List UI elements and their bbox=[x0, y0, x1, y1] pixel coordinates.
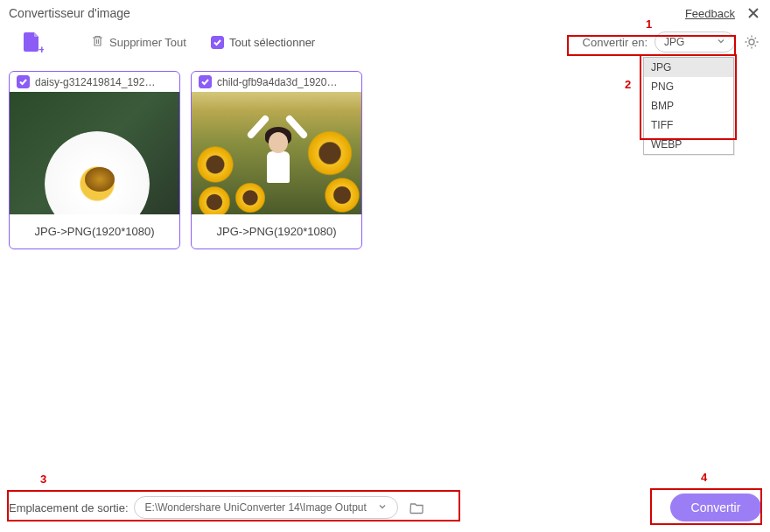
image-card[interactable]: daisy-g312419814_192… JPG->PNG(1920*1080… bbox=[9, 71, 180, 249]
card-conversion-info: JPG->PNG(1920*1080) bbox=[10, 214, 179, 248]
card-thumbnail bbox=[10, 92, 179, 214]
add-image-button[interactable]: + bbox=[19, 29, 46, 55]
annotation-number: 1 bbox=[646, 18, 652, 31]
annotation-number: 2 bbox=[625, 78, 631, 91]
svg-text:+: + bbox=[38, 43, 44, 53]
dropdown-option-tiff[interactable]: TIFF bbox=[644, 116, 733, 135]
card-conversion-info: JPG->PNG(1920*1080) bbox=[192, 214, 361, 248]
card-filename: daisy-g312419814_192… bbox=[35, 76, 155, 88]
chevron-down-icon bbox=[717, 36, 725, 48]
chevron-down-icon bbox=[378, 501, 387, 514]
annotation-number: 3 bbox=[40, 472, 46, 486]
dropdown-option-bmp[interactable]: BMP bbox=[644, 96, 733, 116]
open-folder-button[interactable] bbox=[409, 499, 426, 516]
dropdown-option-jpg[interactable]: JPG bbox=[644, 58, 733, 77]
trash-icon bbox=[91, 34, 104, 50]
card-checkbox[interactable] bbox=[199, 75, 212, 88]
dropdown-option-png[interactable]: PNG bbox=[644, 77, 733, 96]
card-thumbnail bbox=[192, 92, 361, 214]
format-dropdown: JPG PNG BMP TIFF WEBP bbox=[643, 57, 734, 155]
output-location-label: Emplacement de sortie: bbox=[9, 501, 129, 514]
card-checkbox[interactable] bbox=[17, 75, 30, 88]
delete-all-label: Supprimer Tout bbox=[109, 36, 186, 49]
checkbox-checked-icon bbox=[18, 77, 28, 87]
close-button[interactable] bbox=[746, 5, 761, 21]
feedback-link[interactable]: Feedback bbox=[685, 7, 735, 20]
annotation-number: 4 bbox=[701, 471, 707, 484]
format-selected-value: JPG bbox=[664, 36, 684, 48]
folder-icon bbox=[410, 501, 424, 514]
window-title: Convertisseur d'image bbox=[9, 6, 130, 20]
select-all-label: Tout sélectionner bbox=[229, 36, 315, 49]
format-select[interactable]: JPG bbox=[654, 32, 735, 52]
add-file-icon: + bbox=[21, 31, 44, 53]
output-path-select[interactable]: E:\Wondershare UniConverter 14\Image Out… bbox=[134, 496, 398, 519]
checkbox-checked-icon bbox=[200, 77, 210, 87]
dropdown-option-webp[interactable]: WEBP bbox=[644, 135, 733, 154]
output-path-value: E:\Wondershare UniConverter 14\Image Out… bbox=[145, 501, 367, 514]
gear-icon bbox=[744, 34, 760, 50]
svg-point-1 bbox=[749, 39, 754, 45]
card-filename: child-gfb9a4da3d_1920… bbox=[217, 76, 337, 88]
delete-all-button[interactable]: Supprimer Tout bbox=[91, 34, 186, 50]
settings-button[interactable] bbox=[742, 32, 761, 52]
convert-to-label: Convertir en: bbox=[583, 36, 648, 49]
image-card[interactable]: child-gfb9a4da3d_1920… JPG->PNG(1920*108… bbox=[191, 71, 362, 249]
convert-button[interactable]: Convertir bbox=[670, 494, 761, 522]
checkbox-checked-icon bbox=[211, 36, 224, 49]
select-all-checkbox[interactable]: Tout sélectionner bbox=[211, 36, 315, 49]
close-icon bbox=[747, 7, 760, 19]
